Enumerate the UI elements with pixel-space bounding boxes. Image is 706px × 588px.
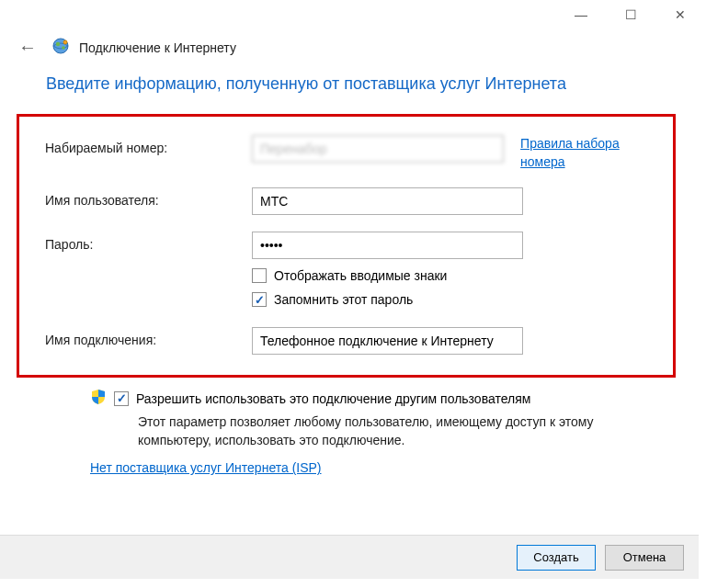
back-arrow-icon[interactable]: ← — [18, 37, 37, 58]
create-button[interactable]: Создать — [517, 545, 596, 571]
allow-description: Этот параметр позволяет любому пользоват… — [138, 413, 653, 449]
page-heading: Введите информацию, полученную от постав… — [46, 74, 653, 94]
close-button[interactable]: ✕ — [667, 2, 693, 28]
password-label: Пароль: — [45, 232, 252, 252]
svg-point-2 — [62, 46, 65, 50]
dial-rules-link[interactable]: Правила набора номера — [520, 135, 656, 171]
dial-number-input[interactable] — [252, 135, 504, 163]
allow-others-checkbox[interactable] — [114, 391, 129, 406]
show-chars-checkbox[interactable] — [252, 268, 267, 283]
dialog-window: — ☐ ✕ ← Подключение к Интернету Введите … — [0, 0, 699, 579]
svg-point-1 — [56, 42, 60, 46]
dialog-footer: Создать Отмена — [0, 535, 699, 579]
username-label: Имя пользователя: — [45, 187, 252, 208]
password-input[interactable] — [252, 232, 523, 259]
connection-name-input[interactable] — [252, 327, 523, 355]
show-chars-label: Отображать вводимые знаки — [274, 268, 447, 283]
remember-password-checkbox[interactable] — [252, 292, 267, 307]
svg-point-3 — [63, 40, 67, 44]
header: ← Подключение к Интернету — [0, 29, 699, 74]
cancel-button[interactable]: Отмена — [605, 545, 684, 571]
window-title: Подключение к Интернету — [79, 40, 236, 55]
dial-number-label: Набираемый номер: — [45, 135, 252, 155]
allow-section: Разрешить использовать это подключение д… — [46, 389, 653, 475]
globe-icon — [51, 37, 70, 58]
titlebar: — ☐ ✕ — [0, 0, 699, 29]
minimize-button[interactable]: — — [568, 2, 594, 28]
connection-name-label: Имя подключения: — [45, 327, 252, 347]
username-input[interactable] — [252, 187, 523, 215]
no-isp-link[interactable]: Нет поставщика услуг Интернета (ISP) — [90, 460, 322, 475]
remember-password-label: Запомнить этот пароль — [274, 292, 413, 307]
allow-others-label: Разрешить использовать это подключение д… — [136, 391, 530, 406]
maximize-button[interactable]: ☐ — [618, 2, 643, 28]
shield-icon — [90, 389, 107, 408]
form-highlight-box: Набираемый номер: Правила набора номера … — [17, 114, 676, 378]
content-area: Введите информацию, полученную от постав… — [0, 74, 699, 475]
